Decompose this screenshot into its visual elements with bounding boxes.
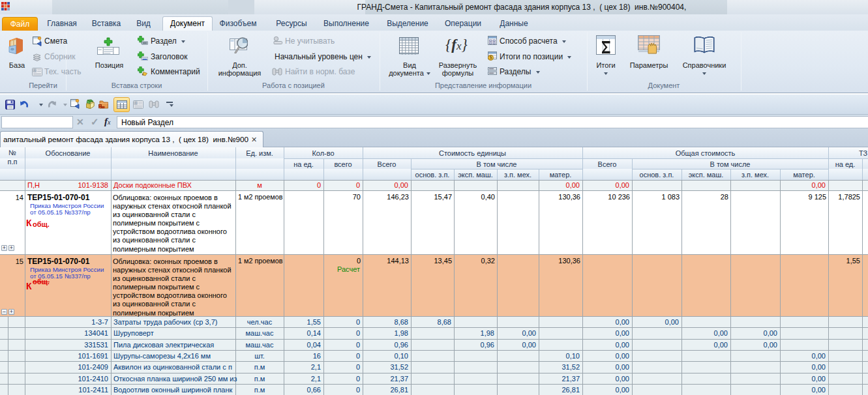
svg-text:A: A — [135, 102, 137, 105]
svg-text:$: $ — [490, 55, 492, 61]
svg-text:A: A — [34, 69, 36, 72]
